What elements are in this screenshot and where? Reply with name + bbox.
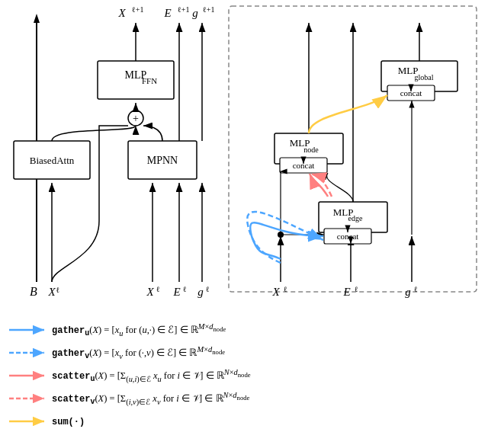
label-Xl1-out-sup: ℓ+1 — [132, 5, 143, 14]
label-El-right: E — [342, 286, 350, 298]
edge-to-node-arrow — [326, 173, 353, 202]
legend-line-sum — [8, 416, 46, 427]
plus-symbol: + — [133, 113, 139, 124]
label-Xl-mpnn: X — [146, 286, 154, 298]
main-diagram-svg: B BiasedAttn X ℓ MPNN X ℓ E ℓ g ℓ MLP FF… — [0, 0, 488, 320]
gather-u-arrow — [250, 222, 323, 259]
scatter-v-arrow — [311, 174, 332, 197]
biased-attn-to-plus — [52, 126, 136, 141]
label-Xl-right: X — [271, 286, 280, 298]
label-El1-out: E — [163, 7, 171, 19]
legend-line-scatter-v — [8, 393, 46, 404]
label-El1-out-sup: ℓ+1 — [178, 5, 189, 14]
legend-text-scatter-u: scatteru(X) = [Σ(u,i)∈ℰ xu for i ∈ 𝒱] ∈ … — [52, 368, 251, 384]
legend-row-gather-u: gatheru(X) = [xu for (u,·) ∈ ℰ] ∈ ℝM×dno… — [8, 320, 480, 340]
legend-text-gather-v: gatherv(X) = [xv for (·,v) ∈ ℰ] ∈ ℝM×dno… — [52, 345, 225, 361]
label-B: B — [30, 285, 37, 298]
diagram-container: B BiasedAttn X ℓ MPNN X ℓ E ℓ g ℓ MLP FF… — [0, 0, 488, 448]
legend-row-scatter-v: scatterv(X) = [Σ(i,v)∈ℰ xv for i ∈ 𝒱] ∈ … — [8, 389, 480, 408]
label-El: E — [172, 286, 180, 298]
legend-row-sum: sum(·) — [8, 411, 480, 431]
sum-arrow — [309, 95, 387, 133]
mlp-global-sub: global — [415, 73, 434, 82]
legend-line-gather-v — [8, 347, 46, 358]
legend-row-scatter-u: scatteru(X) = [Σ(u,i)∈ℰ xu for i ∈ 𝒱] ∈ … — [8, 366, 480, 386]
mlp-node-sub: node — [303, 146, 319, 154]
label-El-right-sup: ℓ — [355, 285, 358, 293]
label-Xl1-out: X — [117, 7, 126, 19]
legend-text-scatter-v: scatterv(X) = [Σ(i,v)∈ℰ xv for i ∈ 𝒱] ∈ … — [52, 391, 249, 407]
mlp-ffn-sub: FFN — [142, 76, 157, 85]
label-gl-sup: ℓ — [206, 285, 210, 293]
concat-edge-label: concat — [337, 232, 359, 241]
svg-marker-5 — [34, 14, 40, 23]
label-Xl-mpnn-sup: ℓ — [156, 285, 160, 293]
label-gl-right: g — [405, 286, 411, 298]
mlp-edge-sub: edge — [348, 214, 363, 222]
legend-row-gather-v: gatherv(X) = [xv for (·,v) ∈ ℰ] ∈ ℝM×dno… — [8, 343, 480, 363]
gather-v-arrow — [247, 212, 323, 263]
biased-attn-label: BiasedAttn — [30, 155, 75, 166]
legend-line-gather-u — [8, 325, 46, 335]
legend-area: gatheru(X) = [xu for (u,·) ∈ ℰ] ∈ ℝM×dno… — [8, 320, 480, 448]
mpnn-label: MPNN — [147, 155, 178, 166]
label-gl-right-sup: ℓ — [414, 285, 418, 293]
label-Xl-left-sup: ℓ — [56, 286, 60, 294]
label-Xl-left: X — [47, 286, 56, 298]
mpnn-to-plus — [143, 126, 162, 141]
legend-text-sum: sum(·) — [52, 416, 85, 427]
legend-text-gather-u: gatheru(X) = [xu for (u,·) ∈ ℰ] ∈ ℝM×dno… — [52, 322, 226, 338]
legend-line-scatter-u — [8, 370, 46, 381]
label-gl1-out: g — [192, 7, 198, 19]
label-El-sup: ℓ — [183, 285, 187, 293]
label-gl: g — [197, 286, 204, 298]
label-Xl-right-sup: ℓ — [284, 285, 287, 293]
label-gl1-out-sup: ℓ+1 — [203, 5, 214, 14]
